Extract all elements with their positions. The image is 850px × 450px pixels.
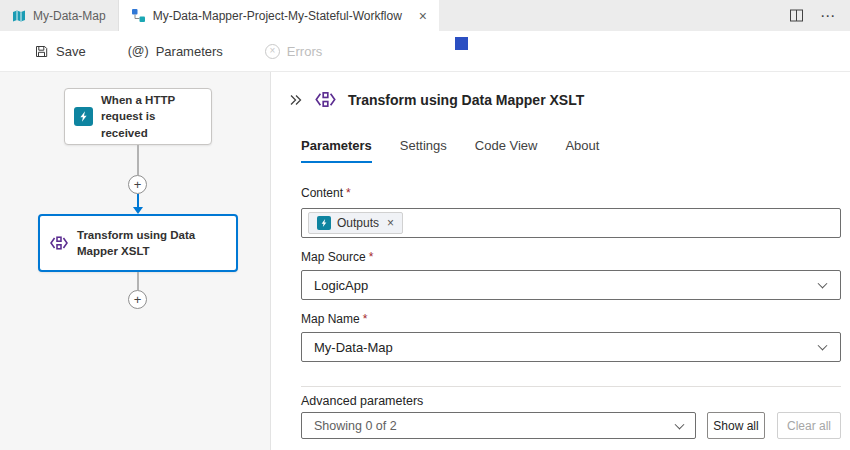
chevron-down-icon (818, 279, 828, 289)
save-icon (34, 44, 49, 59)
required-marker: * (369, 250, 374, 264)
show-all-button[interactable]: Show all (707, 412, 765, 439)
edge-line (137, 272, 139, 290)
clear-all-button: Clear all (777, 412, 841, 439)
content-input[interactable]: Outputs × (301, 208, 841, 238)
data-map-file-icon (12, 9, 26, 23)
parameters-button[interactable]: (@) Parameters (128, 44, 223, 59)
http-request-icon (74, 107, 93, 126)
plus-icon: + (134, 178, 142, 191)
split-editor-icon[interactable] (789, 8, 804, 23)
insert-step-button[interactable]: + (128, 175, 147, 194)
tab-workflow[interactable]: My-Data-Mapper-Project-My-Stateful-Workf… (119, 0, 439, 31)
map-name-label: Map Name* (301, 312, 367, 326)
tabbar-spacer (439, 0, 775, 31)
edge-arrowhead-icon (133, 207, 143, 214)
action-details-panel: Transform using Data Mapper XSLT Paramet… (270, 72, 850, 450)
divider (301, 386, 841, 387)
action-card[interactable]: Transform using Data Mapper XSLT (38, 214, 238, 272)
outputs-token[interactable]: Outputs × (308, 212, 403, 234)
tab-settings[interactable]: Settings (400, 138, 447, 163)
map-source-value: LogicApp (314, 278, 368, 293)
main-area: When a HTTP request is received + Transf… (0, 72, 850, 450)
errors-button: × Errors (265, 44, 322, 59)
content-label: Content* (301, 186, 351, 200)
trigger-card[interactable]: When a HTTP request is received (64, 88, 212, 145)
map-source-label: Map Source* (301, 250, 373, 264)
save-label: Save (56, 44, 86, 59)
remove-token-icon[interactable]: × (387, 217, 394, 229)
tab-label: My-Data-Map (33, 9, 106, 23)
workflow-file-icon (131, 8, 146, 23)
editor-tab-bar: My-Data-Map My-Data-Mapper-Project-My-St… (0, 0, 850, 31)
advanced-parameters-value: Showing 0 of 2 (314, 419, 397, 433)
workflow-canvas[interactable]: When a HTTP request is received + Transf… (0, 72, 270, 450)
chevron-down-icon (675, 419, 685, 429)
save-button[interactable]: Save (34, 44, 86, 59)
data-mapper-icon (314, 88, 337, 111)
edge-line-selected (137, 194, 139, 208)
panel-tabs: Parameters Settings Code View About (301, 138, 599, 163)
more-actions-icon[interactable]: ⋯ (820, 8, 836, 23)
trigger-card-label: When a HTTP request is received (101, 92, 202, 140)
edge-line (137, 145, 139, 175)
chevron-down-icon (818, 341, 828, 351)
advanced-parameters-dropdown[interactable]: Showing 0 of 2 (301, 412, 696, 439)
parameters-icon: (@) (128, 44, 149, 58)
tab-my-data-map[interactable]: My-Data-Map (0, 0, 119, 31)
data-mapper-icon (49, 233, 69, 253)
errors-label: Errors (287, 44, 322, 59)
designer-toolbar: Save (@) Parameters × Errors (0, 31, 850, 72)
parameters-label: Parameters (156, 44, 223, 59)
token-label: Outputs (337, 216, 379, 230)
app-window: My-Data-Map My-Data-Mapper-Project-My-St… (0, 0, 850, 450)
map-name-dropdown[interactable]: My-Data-Map (301, 332, 841, 362)
panel-header: Transform using Data Mapper XSLT (287, 88, 584, 111)
tabbar-actions: ⋯ (775, 0, 850, 31)
collapse-panel-icon[interactable] (287, 92, 303, 108)
required-marker: * (363, 312, 368, 326)
tab-about[interactable]: About (565, 138, 599, 163)
tab-code-view[interactable]: Code View (475, 138, 538, 163)
plus-icon: + (134, 293, 142, 306)
action-card-label: Transform using Data Mapper XSLT (77, 227, 227, 259)
add-step-button[interactable]: + (128, 290, 147, 309)
map-source-dropdown[interactable]: LogicApp (301, 270, 841, 300)
tab-parameters[interactable]: Parameters (301, 138, 372, 163)
panel-title: Transform using Data Mapper XSLT (348, 92, 584, 108)
errors-icon: × (265, 44, 280, 59)
advanced-parameters-label: Advanced parameters (301, 394, 423, 408)
http-request-icon (317, 216, 331, 230)
close-tab-icon[interactable]: × (419, 9, 427, 23)
required-marker: * (346, 186, 351, 200)
tab-label: My-Data-Mapper-Project-My-Stateful-Workf… (153, 9, 402, 23)
map-name-value: My-Data-Map (314, 340, 393, 355)
blue-indicator (455, 37, 468, 50)
